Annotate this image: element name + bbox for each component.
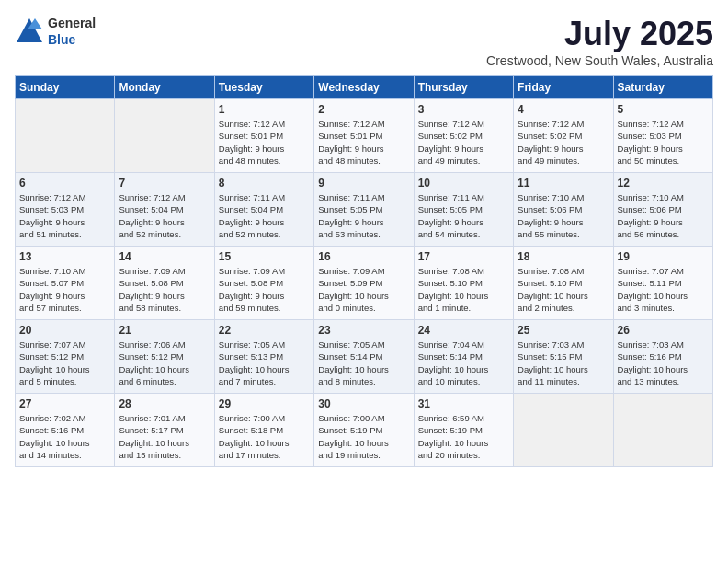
day-number: 20 xyxy=(19,324,110,337)
day-number: 25 xyxy=(518,324,609,337)
day-number: 13 xyxy=(19,250,110,263)
day-info: Sunrise: 7:12 AM Sunset: 5:01 PM Dayligh… xyxy=(318,118,409,167)
day-number: 6 xyxy=(19,177,110,190)
calendar-cell: 12Sunrise: 7:10 AM Sunset: 5:06 PM Dayli… xyxy=(613,173,712,247)
day-info: Sunrise: 7:11 AM Sunset: 5:05 PM Dayligh… xyxy=(318,191,409,240)
day-info: Sunrise: 7:09 AM Sunset: 5:08 PM Dayligh… xyxy=(219,265,310,314)
day-number: 15 xyxy=(219,250,310,263)
calendar-cell: 28Sunrise: 7:01 AM Sunset: 5:17 PM Dayli… xyxy=(115,394,214,467)
month-title: July 2025 xyxy=(486,15,713,53)
day-number: 16 xyxy=(318,250,409,263)
day-info: Sunrise: 7:08 AM Sunset: 5:10 PM Dayligh… xyxy=(518,265,609,314)
day-info: Sunrise: 7:08 AM Sunset: 5:10 PM Dayligh… xyxy=(418,265,509,314)
day-info: Sunrise: 6:59 AM Sunset: 5:19 PM Dayligh… xyxy=(418,412,509,461)
calendar-cell: 16Sunrise: 7:09 AM Sunset: 5:09 PM Dayli… xyxy=(314,247,414,320)
day-number: 10 xyxy=(418,177,509,190)
calendar-cell xyxy=(16,99,115,173)
svg-marker-0 xyxy=(17,18,42,42)
page-header: General Blue July 2025 Crestwood, New So… xyxy=(15,15,713,68)
day-info: Sunrise: 7:03 AM Sunset: 5:16 PM Dayligh… xyxy=(618,339,709,387)
calendar-cell: 14Sunrise: 7:09 AM Sunset: 5:08 PM Dayli… xyxy=(115,247,214,320)
day-number: 23 xyxy=(318,324,409,337)
day-number: 1 xyxy=(219,103,310,116)
calendar-cell: 18Sunrise: 7:08 AM Sunset: 5:10 PM Dayli… xyxy=(514,247,613,320)
weekday-header-friday: Friday xyxy=(514,76,613,99)
week-row-3: 13Sunrise: 7:10 AM Sunset: 5:07 PM Dayli… xyxy=(16,247,713,320)
day-number: 28 xyxy=(119,397,210,410)
calendar-cell: 27Sunrise: 7:02 AM Sunset: 5:16 PM Dayli… xyxy=(16,394,115,467)
day-number: 9 xyxy=(318,177,409,190)
calendar-cell: 7Sunrise: 7:12 AM Sunset: 5:04 PM Daylig… xyxy=(115,173,214,247)
logo: General Blue xyxy=(15,15,96,48)
calendar-cell: 23Sunrise: 7:05 AM Sunset: 5:14 PM Dayli… xyxy=(314,320,414,394)
week-row-2: 6Sunrise: 7:12 AM Sunset: 5:03 PM Daylig… xyxy=(16,173,713,247)
calendar-cell: 21Sunrise: 7:06 AM Sunset: 5:12 PM Dayli… xyxy=(115,320,214,394)
weekday-header-row: SundayMondayTuesdayWednesdayThursdayFrid… xyxy=(16,76,713,99)
calendar-cell: 4Sunrise: 7:12 AM Sunset: 5:02 PM Daylig… xyxy=(514,99,613,173)
day-info: Sunrise: 7:12 AM Sunset: 5:04 PM Dayligh… xyxy=(119,191,210,240)
day-number: 29 xyxy=(219,397,310,410)
day-number: 14 xyxy=(119,250,210,263)
calendar-cell: 24Sunrise: 7:04 AM Sunset: 5:14 PM Dayli… xyxy=(414,320,513,394)
calendar-cell: 22Sunrise: 7:05 AM Sunset: 5:13 PM Dayli… xyxy=(214,320,313,394)
day-number: 5 xyxy=(618,103,709,116)
day-info: Sunrise: 7:06 AM Sunset: 5:12 PM Dayligh… xyxy=(119,339,210,387)
day-info: Sunrise: 7:10 AM Sunset: 5:07 PM Dayligh… xyxy=(19,265,110,314)
calendar-cell: 11Sunrise: 7:10 AM Sunset: 5:06 PM Dayli… xyxy=(514,173,613,247)
day-number: 19 xyxy=(618,250,709,263)
day-number: 27 xyxy=(19,397,110,410)
title-block: July 2025 Crestwood, New South Wales, Au… xyxy=(486,15,713,68)
day-number: 3 xyxy=(418,103,509,116)
day-info: Sunrise: 7:00 AM Sunset: 5:19 PM Dayligh… xyxy=(318,412,409,461)
day-number: 21 xyxy=(119,324,210,337)
weekday-header-sunday: Sunday xyxy=(16,76,115,99)
logo-general: General xyxy=(48,16,96,30)
calendar-cell: 29Sunrise: 7:00 AM Sunset: 5:18 PM Dayli… xyxy=(214,394,313,467)
day-info: Sunrise: 7:12 AM Sunset: 5:02 PM Dayligh… xyxy=(518,118,609,167)
day-number: 4 xyxy=(518,103,609,116)
weekday-header-thursday: Thursday xyxy=(414,76,513,99)
day-number: 12 xyxy=(618,177,709,190)
day-info: Sunrise: 7:12 AM Sunset: 5:03 PM Dayligh… xyxy=(19,191,110,240)
calendar-cell: 26Sunrise: 7:03 AM Sunset: 5:16 PM Dayli… xyxy=(613,320,712,394)
calendar-cell xyxy=(115,99,214,173)
calendar-body: 1Sunrise: 7:12 AM Sunset: 5:01 PM Daylig… xyxy=(16,99,713,467)
day-info: Sunrise: 7:04 AM Sunset: 5:14 PM Dayligh… xyxy=(418,339,509,387)
day-info: Sunrise: 7:09 AM Sunset: 5:08 PM Dayligh… xyxy=(119,265,210,314)
day-info: Sunrise: 7:02 AM Sunset: 5:16 PM Dayligh… xyxy=(19,412,110,461)
day-info: Sunrise: 7:07 AM Sunset: 5:11 PM Dayligh… xyxy=(618,265,709,314)
calendar-cell: 15Sunrise: 7:09 AM Sunset: 5:08 PM Dayli… xyxy=(214,247,313,320)
calendar-cell: 8Sunrise: 7:11 AM Sunset: 5:04 PM Daylig… xyxy=(214,173,313,247)
calendar-cell: 25Sunrise: 7:03 AM Sunset: 5:15 PM Dayli… xyxy=(514,320,613,394)
week-row-4: 20Sunrise: 7:07 AM Sunset: 5:12 PM Dayli… xyxy=(16,320,713,394)
day-number: 24 xyxy=(418,324,509,337)
logo-blue: Blue xyxy=(48,32,75,47)
day-info: Sunrise: 7:00 AM Sunset: 5:18 PM Dayligh… xyxy=(219,412,310,461)
calendar-cell: 20Sunrise: 7:07 AM Sunset: 5:12 PM Dayli… xyxy=(16,320,115,394)
calendar-cell xyxy=(613,394,712,467)
calendar-cell: 2Sunrise: 7:12 AM Sunset: 5:01 PM Daylig… xyxy=(314,99,414,173)
day-info: Sunrise: 7:01 AM Sunset: 5:17 PM Dayligh… xyxy=(119,412,210,461)
day-number: 17 xyxy=(418,250,509,263)
day-info: Sunrise: 7:09 AM Sunset: 5:09 PM Dayligh… xyxy=(318,265,409,314)
week-row-1: 1Sunrise: 7:12 AM Sunset: 5:01 PM Daylig… xyxy=(16,99,713,173)
day-info: Sunrise: 7:07 AM Sunset: 5:12 PM Dayligh… xyxy=(19,339,110,387)
calendar-cell: 9Sunrise: 7:11 AM Sunset: 5:05 PM Daylig… xyxy=(314,173,414,247)
week-row-5: 27Sunrise: 7:02 AM Sunset: 5:16 PM Dayli… xyxy=(16,394,713,467)
weekday-header-tuesday: Tuesday xyxy=(214,76,313,99)
weekday-header-monday: Monday xyxy=(115,76,214,99)
day-number: 2 xyxy=(318,103,409,116)
calendar-cell: 1Sunrise: 7:12 AM Sunset: 5:01 PM Daylig… xyxy=(214,99,313,173)
calendar-cell: 6Sunrise: 7:12 AM Sunset: 5:03 PM Daylig… xyxy=(16,173,115,247)
calendar-cell xyxy=(514,394,613,467)
weekday-header-wednesday: Wednesday xyxy=(314,76,414,99)
day-info: Sunrise: 7:12 AM Sunset: 5:03 PM Dayligh… xyxy=(618,118,709,167)
day-info: Sunrise: 7:10 AM Sunset: 5:06 PM Dayligh… xyxy=(618,191,709,240)
day-info: Sunrise: 7:11 AM Sunset: 5:04 PM Dayligh… xyxy=(219,191,310,240)
calendar-cell: 10Sunrise: 7:11 AM Sunset: 5:05 PM Dayli… xyxy=(414,173,513,247)
day-info: Sunrise: 7:03 AM Sunset: 5:15 PM Dayligh… xyxy=(518,339,609,387)
day-number: 11 xyxy=(518,177,609,190)
day-info: Sunrise: 7:12 AM Sunset: 5:02 PM Dayligh… xyxy=(418,118,509,167)
weekday-header-saturday: Saturday xyxy=(613,76,712,99)
calendar-cell: 17Sunrise: 7:08 AM Sunset: 5:10 PM Dayli… xyxy=(414,247,513,320)
